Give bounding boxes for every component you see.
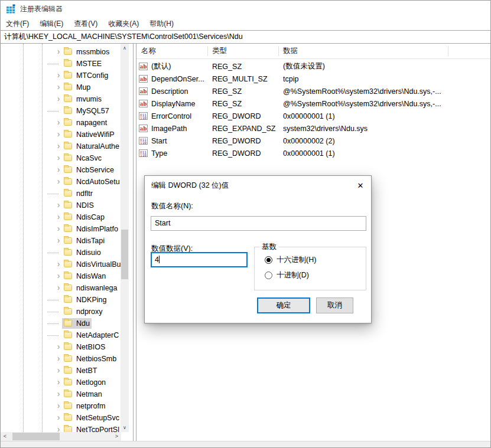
tree-item-ndproxy[interactable]: ndproxy [1,306,122,318]
expand-chevron-icon[interactable]: › [54,152,63,164]
expand-chevron-icon[interactable]: › [54,70,63,81]
ok-button[interactable]: 确定 [257,297,310,313]
expand-chevron-icon[interactable]: › [54,341,63,353]
menu-item-2[interactable]: 查看(V) [69,17,103,30]
expand-chevron-icon[interactable]: › [54,259,63,270]
value-name-cell[interactable]: abImagePath [139,125,212,133]
value-row[interactable]: 011110StartREG_DWORD0x00000002 (2) [136,135,490,147]
expand-chevron-icon[interactable]: › [54,93,63,105]
expand-chevron-icon[interactable]: › [54,81,63,93]
value-name-cell[interactable]: 011110ErrorControl [139,112,212,120]
tree-item-ndkping[interactable]: NDKPing [1,294,122,306]
tree-item-ndiscap[interactable]: ›NdisCap [1,211,122,223]
value-row[interactable]: abDependOnSer...REG_MULTI_SZtcpip [136,73,490,85]
value-row[interactable]: abDescriptionREG_SZ@%SystemRoot%\system3… [136,85,490,97]
expand-chevron-icon[interactable]: › [54,211,63,223]
column-separator[interactable] [278,46,279,56]
value-name-field[interactable]: Start [151,216,366,231]
horizontal-scrollbar-thumb[interactable] [12,433,60,440]
tree-item-naturalauthe[interactable]: ›NaturalAuthe [1,140,122,152]
tree-item-mvumis[interactable]: ›mvumis [1,93,122,105]
value-row[interactable]: 011110TypeREG_DWORD0x00000001 (1) [136,147,490,159]
tree-item-mup[interactable]: ›Mup [1,81,122,93]
tree-item-ndiswan[interactable]: ›NdisWan [1,270,122,282]
tree-item-netman[interactable]: ›Netman [1,388,122,400]
column-separator[interactable] [207,46,208,56]
column-header-type[interactable]: 类型 [212,46,283,56]
expand-chevron-icon[interactable]: › [54,140,63,152]
expand-chevron-icon[interactable]: › [54,129,63,140]
expand-chevron-icon[interactable]: › [54,200,63,211]
menu-item-3[interactable]: 收藏夹(A) [103,17,144,30]
tree-item-ncdautosetu[interactable]: ›NcdAutoSetu [1,176,122,188]
tree-item-napagent[interactable]: ›napagent [1,117,122,129]
value-name-cell[interactable]: ab(默认) [139,61,212,71]
value-name-cell[interactable]: 011110Type [139,149,212,158]
tree-item-netbiossmb[interactable]: ›NetbiosSmb [1,353,122,365]
tree-item-ndis[interactable]: ›NDIS [1,200,122,211]
expand-chevron-icon[interactable]: › [54,365,63,377]
radio-row-decimal[interactable]: 十进制(D) [265,270,309,280]
radio-hex[interactable] [265,256,272,264]
vertical-scrollbar-thumb[interactable] [121,230,128,279]
tree-item-ncbservice[interactable]: ›NcbService [1,164,122,176]
menu-item-0[interactable]: 文件(F) [1,17,34,30]
expand-chevron-icon[interactable]: › [54,353,63,365]
tree-item-ndisvirtualbu[interactable]: ›NdisVirtualBu [1,259,122,270]
tree-item-mssmbios[interactable]: ›mssmbios [1,46,122,58]
value-row[interactable]: abDisplayNameREG_SZ@%SystemRoot%\system3… [136,97,490,110]
tree-item-netlogon[interactable]: ›Netlogon [1,377,122,388]
expand-chevron-icon[interactable]: › [54,117,63,129]
expand-chevron-icon[interactable]: › [54,176,63,188]
expand-chevron-icon[interactable]: › [54,164,63,176]
expand-chevron-icon[interactable]: › [54,388,63,400]
close-icon[interactable]: ✕ [350,176,371,195]
expand-chevron-icon[interactable]: › [54,46,63,58]
expand-chevron-icon[interactable]: › [54,377,63,388]
tree-item-netbt[interactable]: ›NetBT [1,365,122,377]
expand-chevron-icon[interactable]: › [54,282,63,294]
expand-chevron-icon[interactable]: › [54,235,63,247]
menu-item-1[interactable]: 编辑(E) [34,17,69,30]
tree-item-ndisimplatfo[interactable]: ›NdisImPlatfo [1,223,122,235]
expand-chevron-icon[interactable]: › [54,400,63,412]
scroll-right-icon[interactable]: > [112,432,121,441]
value-name-cell[interactable]: abDisplayName [139,100,212,108]
expand-chevron-icon[interactable]: › [54,424,63,432]
tree-item-mysql57[interactable]: MySQL57 [1,105,122,117]
scroll-left-icon[interactable]: < [1,432,9,441]
column-header-data[interactable]: 数据 [283,46,490,56]
value-row[interactable]: 011110ErrorControlREG_DWORD0x00000001 (1… [136,110,490,122]
tree-item-netadapterc[interactable]: NetAdapterC [1,329,122,341]
scroll-up-icon[interactable]: ∧ [121,44,129,53]
column-header-name[interactable]: 名称 [136,46,212,56]
tree-item-nettcpportsl[interactable]: ›NetTcpPortSl [1,424,122,432]
value-name-cell[interactable]: abDependOnSer... [139,75,212,83]
tree-vertical-scrollbar[interactable]: ∧ ∨ [121,44,129,432]
value-data-field[interactable]: 4 [151,252,248,267]
value-row[interactable]: ab(默认)REG_SZ(数值未设置) [136,60,490,73]
tree-item-ndfltr[interactable]: ndfltr [1,188,122,200]
expand-chevron-icon[interactable]: › [54,223,63,235]
menu-item-4[interactable]: 帮助(H) [144,17,179,30]
tree-item-ndu[interactable]: Ndu [1,318,122,329]
tree-item-nativewifip[interactable]: ›NativeWifiP [1,129,122,140]
cancel-button[interactable]: 取消 [316,297,353,313]
tree-item-mtconfig[interactable]: ›MTConfig [1,70,122,81]
scroll-down-icon[interactable]: ∨ [121,423,129,432]
expand-chevron-icon[interactable]: › [54,412,63,424]
tree-item-ndistapi[interactable]: ›NdisTapi [1,235,122,247]
expand-chevron-icon[interactable]: › [54,270,63,282]
tree-item-ncasvc[interactable]: ›NcaSvc [1,152,122,164]
tree-item-netbios[interactable]: ›NetBIOS [1,341,122,353]
radio-decimal[interactable] [265,272,272,279]
value-name-cell[interactable]: 011110Start [139,137,212,145]
column-separator[interactable] [448,46,448,56]
tree-item-netsetupsvc[interactable]: ›NetSetupSvc [1,412,122,424]
tree-item-mstee[interactable]: MSTEE [1,58,122,70]
value-row[interactable]: abImagePathREG_EXPAND_SZsystem32\drivers… [136,122,490,135]
tree-item-ndisuio[interactable]: Ndisuio [1,247,122,259]
tree-item-netprofm[interactable]: ›netprofm [1,400,122,412]
value-name-cell[interactable]: abDescription [139,87,212,96]
radio-row-hex[interactable]: 十六进制(H) [265,255,316,264]
